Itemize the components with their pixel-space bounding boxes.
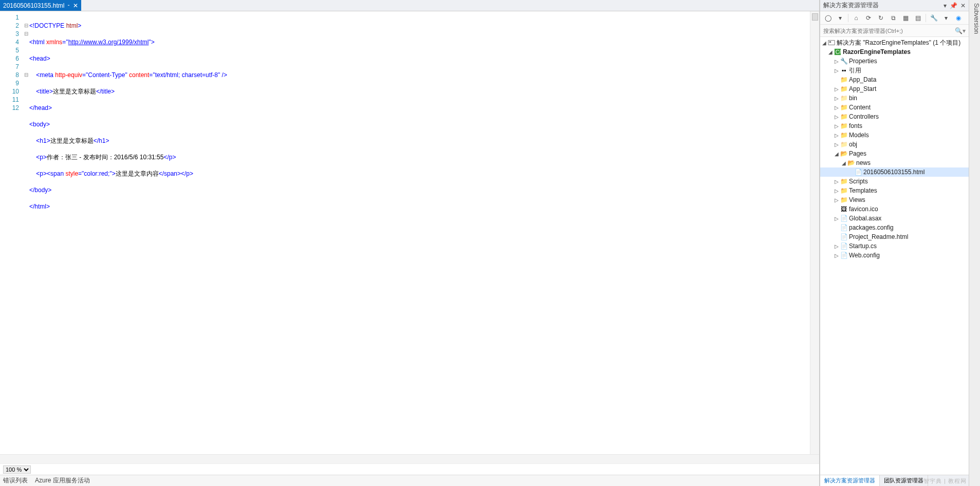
close-icon[interactable]: ✕ (73, 2, 78, 9)
tree-item-content[interactable]: ▷📁Content (820, 103, 969, 112)
tree-item-webconfig[interactable]: ▷📄Web.config (820, 251, 969, 260)
azure-activity-tab[interactable]: Azure 应用服务活动 (35, 476, 90, 485)
panel-search-row: 🔍▾ (820, 25, 969, 37)
folder-icon: 📁 (840, 85, 848, 92)
zoom-select[interactable]: 100 % (3, 465, 31, 474)
tree-item-readme[interactable]: 📄Project_Readme.html (820, 232, 969, 241)
folder-icon: 📁 (840, 104, 848, 111)
tree-item-scripts[interactable]: ▷📁Scripts (820, 177, 969, 186)
tree-item-templates[interactable]: ▷📁Templates (820, 186, 969, 195)
bottom-tool-tabs: 错误列表 Azure 应用服务活动 (0, 475, 819, 486)
right-dock-tab[interactable]: Subversion (969, 0, 980, 486)
sync-icon[interactable]: ⟳ (864, 13, 873, 23)
tree-item-favicon[interactable]: 🖼favicon.ico (820, 204, 969, 214)
tree-item-global[interactable]: ▷📄Global.asax (820, 214, 969, 223)
folder-icon: 📁 (840, 76, 848, 83)
svg-rect-1 (829, 41, 831, 43)
folder-icon: 📁 (840, 132, 848, 139)
document-tab-active[interactable]: 20160506103155.html ⁃ ✕ (0, 0, 81, 11)
tree-item-news[interactable]: ◢📂news (820, 158, 969, 167)
tree-item-properties[interactable]: ▷🔧Properties (820, 57, 969, 66)
solution-node[interactable]: ◢ 解决方案 "RazorEngineTemplates" (1 个项目) (820, 38, 969, 47)
html-file-icon: 📄 (854, 169, 862, 176)
tree-item-models[interactable]: ▷📁Models (820, 130, 969, 140)
close-panel-icon[interactable]: ✕ (960, 2, 966, 9)
tree-item-appstart[interactable]: ▷📁App_Start (820, 84, 969, 94)
asax-file-icon: 📄 (840, 215, 848, 222)
home-icon[interactable]: ⌂ (852, 13, 861, 23)
editor-pane: 20160506103155.html ⁃ ✕ 123 456 789 1011… (0, 0, 820, 486)
tree-item-appdata[interactable]: 📁App_Data (820, 75, 969, 84)
tab-filename: 20160506103155.html (3, 2, 64, 9)
solution-tree[interactable]: ◢ 解决方案 "RazorEngineTemplates" (1 个项目) ◢C… (820, 37, 969, 475)
html-file-icon: 📄 (840, 233, 848, 240)
config-file-icon: 📄 (840, 224, 848, 231)
references-icon: ▪▪ (840, 67, 848, 74)
properties-icon[interactable]: ▤ (913, 13, 922, 23)
line-number-gutter: 123 456 789 101112 (0, 11, 23, 454)
document-tab-well: 20160506103155.html ⁃ ✕ (0, 0, 819, 11)
tree-item-packages[interactable]: 📄packages.config (820, 223, 969, 232)
autohide-pin-icon[interactable]: 📌 (950, 2, 957, 9)
tab-solution-explorer[interactable]: 解决方案资源管理器 (820, 475, 880, 486)
folder-icon: 📁 (840, 187, 848, 194)
subversion-status-icon[interactable]: ◉ (954, 13, 963, 23)
window-position-icon[interactable]: ▾ (944, 2, 947, 9)
wrench-dropdown-icon[interactable]: ▾ (941, 13, 951, 23)
pin-icon[interactable]: ⁃ (67, 3, 70, 8)
refresh-icon[interactable]: ↻ (876, 13, 885, 23)
project-node[interactable]: ◢C# RazorEngineTemplates (820, 47, 969, 57)
folder-icon: 📁 (840, 196, 848, 203)
horizontal-scrollbar[interactable] (0, 454, 819, 463)
search-icon[interactable]: 🔍▾ (955, 27, 966, 34)
tab-team-explorer[interactable]: 团队资源管理器 (880, 475, 928, 486)
ghost-folder-icon: 📁 (840, 141, 848, 148)
solution-explorer-panel: 解决方案资源管理器 ▾ 📌 ✕ ◯ ▾ ⌂ ⟳ ↻ ⧉ ▦ ▤ 🔧 ▾ ◉ 🔍▾ (820, 0, 969, 486)
tree-item-htmlfile[interactable]: 📄20160506103155.html (820, 167, 969, 177)
tree-item-startup[interactable]: ▷📄Startup.cs (820, 241, 969, 251)
error-list-tab[interactable]: 错误列表 (3, 476, 28, 485)
ide-root: 20160506103155.html ⁃ ✕ 123 456 789 1011… (0, 0, 980, 486)
solution-icon (827, 39, 836, 46)
collapse-all-icon[interactable]: ⧉ (889, 13, 898, 23)
ghost-folder-icon: 📁 (840, 95, 848, 102)
solution-search-input[interactable] (823, 28, 955, 34)
svg-text:C#: C# (836, 49, 841, 55)
tree-item-bin[interactable]: ▷📁bin (820, 94, 969, 103)
config-file-icon: 📄 (840, 252, 848, 259)
folder-open-icon: 📂 (847, 159, 855, 166)
tree-item-references[interactable]: ▷▪▪引用 (820, 66, 969, 75)
forward-icon[interactable]: ▾ (836, 13, 845, 23)
folder-icon: 📁 (840, 178, 848, 185)
tree-item-obj[interactable]: ▷📁obj (820, 140, 969, 149)
wrench-icon[interactable]: 🔧 (929, 13, 938, 23)
editor-zoom-row: 100 % (0, 463, 819, 475)
show-all-files-icon[interactable]: ▦ (901, 13, 910, 23)
code-editor[interactable]: 123 456 789 101112 ⊟⊟⊟ <!DOCTYPE html> <… (0, 11, 819, 454)
folder-icon: 📁 (840, 113, 848, 120)
panel-title-text: 解决方案资源管理器 (823, 1, 879, 10)
tree-item-controllers[interactable]: ▷📁Controllers (820, 112, 969, 121)
folder-open-icon: 📂 (840, 150, 848, 157)
panel-bottom-tabs: 解决方案资源管理器 团队资源管理器 (820, 475, 969, 486)
back-icon[interactable]: ◯ (823, 13, 833, 23)
csharp-project-icon: C# (834, 48, 842, 55)
panel-titlebar[interactable]: 解决方案资源管理器 ▾ 📌 ✕ (820, 0, 969, 11)
tree-item-fonts[interactable]: ▷📁fonts (820, 121, 969, 130)
tree-item-views[interactable]: ▷📁Views (820, 195, 969, 204)
outlining-margin[interactable]: ⊟⊟⊟ (23, 11, 29, 454)
wrench-folder-icon: 🔧 (840, 58, 848, 65)
split-handle-icon[interactable] (812, 13, 818, 21)
cs-file-icon: 📄 (840, 242, 848, 250)
code-content[interactable]: <!DOCTYPE html> <html xmlns="http://www.… (29, 11, 819, 454)
vertical-scrollbar[interactable] (810, 11, 819, 454)
image-file-icon: 🖼 (840, 205, 848, 213)
panel-toolbar: ◯ ▾ ⌂ ⟳ ↻ ⧉ ▦ ▤ 🔧 ▾ ◉ (820, 11, 969, 25)
folder-icon: 📁 (840, 122, 848, 129)
tree-item-pages[interactable]: ◢📂Pages (820, 149, 969, 158)
